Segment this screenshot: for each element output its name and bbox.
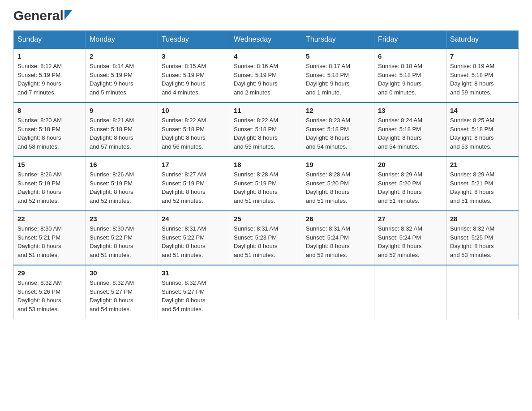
week-row-5: 29 Sunrise: 8:32 AM Sunset: 5:26 PM Dayl… bbox=[14, 265, 519, 319]
calendar-cell: 7 Sunrise: 8:19 AM Sunset: 5:18 PM Dayli… bbox=[446, 48, 519, 103]
day-number: 19 bbox=[306, 161, 370, 168]
day-number: 31 bbox=[162, 269, 226, 277]
day-info: Sunrise: 8:32 AM Sunset: 5:26 PM Dayligh… bbox=[17, 278, 82, 313]
day-info: Sunrise: 8:26 AM Sunset: 5:19 PM Dayligh… bbox=[90, 170, 154, 205]
day-info: Sunrise: 8:17 AM Sunset: 5:18 PM Dayligh… bbox=[306, 62, 370, 97]
calendar-cell bbox=[302, 265, 374, 319]
calendar-cell: 27 Sunrise: 8:32 AM Sunset: 5:24 PM Dayl… bbox=[374, 211, 446, 265]
day-number: 20 bbox=[378, 161, 442, 168]
day-number: 24 bbox=[162, 215, 226, 223]
day-info: Sunrise: 8:31 AM Sunset: 5:24 PM Dayligh… bbox=[306, 224, 370, 259]
day-info: Sunrise: 8:23 AM Sunset: 5:18 PM Dayligh… bbox=[306, 116, 370, 151]
calendar-cell: 26 Sunrise: 8:31 AM Sunset: 5:24 PM Dayl… bbox=[302, 211, 374, 265]
day-info: Sunrise: 8:22 AM Sunset: 5:18 PM Dayligh… bbox=[234, 116, 298, 151]
page-header: General bbox=[13, 9, 519, 21]
day-number: 28 bbox=[450, 215, 515, 223]
day-info: Sunrise: 8:27 AM Sunset: 5:19 PM Dayligh… bbox=[162, 170, 226, 205]
day-number: 25 bbox=[234, 215, 298, 223]
calendar-cell: 2 Sunrise: 8:14 AM Sunset: 5:19 PM Dayli… bbox=[86, 48, 158, 103]
calendar-cell: 10 Sunrise: 8:22 AM Sunset: 5:18 PM Dayl… bbox=[158, 103, 230, 157]
day-number: 16 bbox=[90, 161, 154, 168]
calendar-cell: 12 Sunrise: 8:23 AM Sunset: 5:18 PM Dayl… bbox=[302, 103, 374, 157]
calendar-cell: 21 Sunrise: 8:29 AM Sunset: 5:21 PM Dayl… bbox=[446, 157, 519, 211]
day-number: 29 bbox=[17, 269, 82, 277]
day-info: Sunrise: 8:12 AM Sunset: 5:19 PM Dayligh… bbox=[17, 62, 82, 97]
day-info: Sunrise: 8:19 AM Sunset: 5:18 PM Dayligh… bbox=[450, 62, 515, 97]
day-number: 12 bbox=[306, 107, 370, 114]
calendar-cell: 4 Sunrise: 8:16 AM Sunset: 5:19 PM Dayli… bbox=[230, 48, 302, 103]
day-number: 21 bbox=[450, 161, 515, 168]
calendar-cell: 18 Sunrise: 8:28 AM Sunset: 5:19 PM Dayl… bbox=[230, 157, 302, 211]
day-info: Sunrise: 8:22 AM Sunset: 5:18 PM Dayligh… bbox=[162, 116, 226, 151]
day-info: Sunrise: 8:32 AM Sunset: 5:25 PM Dayligh… bbox=[450, 224, 515, 259]
week-row-3: 15 Sunrise: 8:26 AM Sunset: 5:19 PM Dayl… bbox=[14, 157, 519, 211]
column-header-friday: Friday bbox=[374, 31, 446, 49]
day-number: 17 bbox=[162, 161, 226, 168]
column-header-monday: Monday bbox=[86, 31, 158, 49]
week-row-1: 1 Sunrise: 8:12 AM Sunset: 5:19 PM Dayli… bbox=[14, 48, 519, 103]
day-number: 22 bbox=[17, 215, 82, 223]
calendar-cell: 1 Sunrise: 8:12 AM Sunset: 5:19 PM Dayli… bbox=[14, 48, 86, 103]
calendar-cell bbox=[230, 265, 302, 319]
day-info: Sunrise: 8:20 AM Sunset: 5:18 PM Dayligh… bbox=[17, 116, 82, 151]
calendar-cell: 29 Sunrise: 8:32 AM Sunset: 5:26 PM Dayl… bbox=[14, 265, 86, 319]
calendar-cell: 8 Sunrise: 8:20 AM Sunset: 5:18 PM Dayli… bbox=[14, 103, 86, 157]
day-number: 30 bbox=[90, 269, 154, 277]
day-info: Sunrise: 8:28 AM Sunset: 5:19 PM Dayligh… bbox=[234, 170, 298, 205]
day-info: Sunrise: 8:21 AM Sunset: 5:18 PM Dayligh… bbox=[90, 116, 154, 151]
logo-general: General bbox=[13, 9, 64, 22]
day-number: 14 bbox=[450, 107, 515, 114]
calendar-cell: 31 Sunrise: 8:32 AM Sunset: 5:27 PM Dayl… bbox=[158, 265, 230, 319]
calendar-cell: 20 Sunrise: 8:29 AM Sunset: 5:20 PM Dayl… bbox=[374, 157, 446, 211]
calendar-cell: 11 Sunrise: 8:22 AM Sunset: 5:18 PM Dayl… bbox=[230, 103, 302, 157]
calendar-cell: 13 Sunrise: 8:24 AM Sunset: 5:18 PM Dayl… bbox=[374, 103, 446, 157]
day-number: 2 bbox=[90, 52, 154, 60]
day-info: Sunrise: 8:28 AM Sunset: 5:20 PM Dayligh… bbox=[306, 170, 370, 205]
day-info: Sunrise: 8:26 AM Sunset: 5:19 PM Dayligh… bbox=[17, 170, 82, 205]
day-number: 4 bbox=[234, 52, 298, 60]
day-info: Sunrise: 8:32 AM Sunset: 5:24 PM Dayligh… bbox=[378, 224, 442, 259]
logo: General bbox=[13, 9, 73, 21]
day-info: Sunrise: 8:29 AM Sunset: 5:20 PM Dayligh… bbox=[378, 170, 442, 205]
column-header-thursday: Thursday bbox=[302, 31, 374, 49]
calendar-cell: 3 Sunrise: 8:15 AM Sunset: 5:19 PM Dayli… bbox=[158, 48, 230, 103]
calendar-cell bbox=[446, 265, 519, 319]
day-number: 15 bbox=[17, 161, 82, 168]
svg-marker-0 bbox=[64, 10, 73, 20]
week-row-2: 8 Sunrise: 8:20 AM Sunset: 5:18 PM Dayli… bbox=[14, 103, 519, 157]
day-number: 13 bbox=[378, 107, 442, 114]
column-header-wednesday: Wednesday bbox=[230, 31, 302, 49]
day-number: 7 bbox=[450, 52, 515, 60]
day-info: Sunrise: 8:30 AM Sunset: 5:21 PM Dayligh… bbox=[17, 224, 82, 259]
calendar-cell: 22 Sunrise: 8:30 AM Sunset: 5:21 PM Dayl… bbox=[14, 211, 86, 265]
day-info: Sunrise: 8:14 AM Sunset: 5:19 PM Dayligh… bbox=[90, 62, 154, 97]
calendar-cell: 14 Sunrise: 8:25 AM Sunset: 5:18 PM Dayl… bbox=[446, 103, 519, 157]
day-number: 23 bbox=[90, 215, 154, 223]
day-info: Sunrise: 8:32 AM Sunset: 5:27 PM Dayligh… bbox=[162, 278, 226, 313]
day-number: 6 bbox=[378, 52, 442, 60]
logo-triangle-icon bbox=[64, 10, 73, 20]
day-info: Sunrise: 8:31 AM Sunset: 5:23 PM Dayligh… bbox=[234, 224, 298, 259]
calendar-cell bbox=[374, 265, 446, 319]
day-info: Sunrise: 8:18 AM Sunset: 5:18 PM Dayligh… bbox=[378, 62, 442, 97]
calendar-cell: 24 Sunrise: 8:31 AM Sunset: 5:22 PM Dayl… bbox=[158, 211, 230, 265]
calendar-cell: 19 Sunrise: 8:28 AM Sunset: 5:20 PM Dayl… bbox=[302, 157, 374, 211]
day-number: 9 bbox=[90, 107, 154, 114]
calendar-cell: 9 Sunrise: 8:21 AM Sunset: 5:18 PM Dayli… bbox=[86, 103, 158, 157]
day-info: Sunrise: 8:15 AM Sunset: 5:19 PM Dayligh… bbox=[162, 62, 226, 97]
week-row-4: 22 Sunrise: 8:30 AM Sunset: 5:21 PM Dayl… bbox=[14, 211, 519, 265]
calendar-cell: 5 Sunrise: 8:17 AM Sunset: 5:18 PM Dayli… bbox=[302, 48, 374, 103]
day-info: Sunrise: 8:30 AM Sunset: 5:22 PM Dayligh… bbox=[90, 224, 154, 259]
column-header-sunday: Sunday bbox=[14, 31, 86, 49]
day-info: Sunrise: 8:16 AM Sunset: 5:19 PM Dayligh… bbox=[234, 62, 298, 97]
day-number: 3 bbox=[162, 52, 226, 60]
day-number: 8 bbox=[17, 107, 82, 114]
day-number: 18 bbox=[234, 161, 298, 168]
day-number: 27 bbox=[378, 215, 442, 223]
calendar-cell: 30 Sunrise: 8:32 AM Sunset: 5:27 PM Dayl… bbox=[86, 265, 158, 319]
calendar-cell: 28 Sunrise: 8:32 AM Sunset: 5:25 PM Dayl… bbox=[446, 211, 519, 265]
day-number: 5 bbox=[306, 52, 370, 60]
day-number: 10 bbox=[162, 107, 226, 114]
calendar-cell: 17 Sunrise: 8:27 AM Sunset: 5:19 PM Dayl… bbox=[158, 157, 230, 211]
day-info: Sunrise: 8:32 AM Sunset: 5:27 PM Dayligh… bbox=[90, 278, 154, 313]
